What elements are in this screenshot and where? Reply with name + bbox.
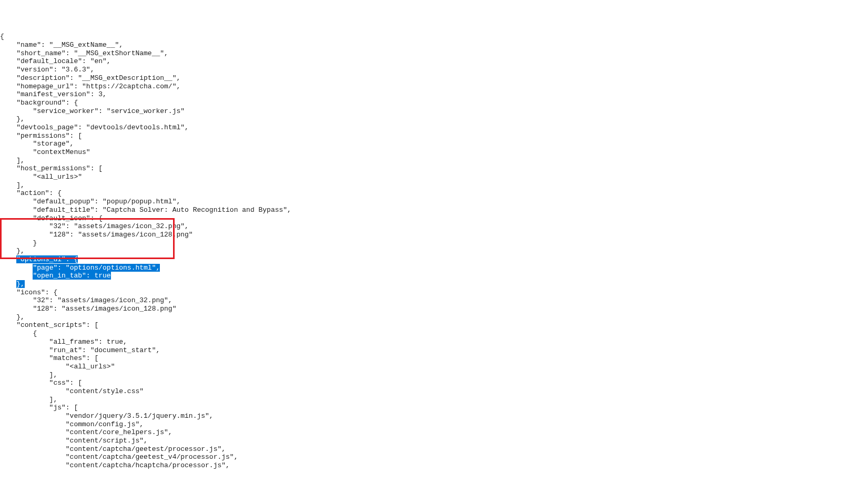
code-line[interactable]: "host_permissions": [ — [0, 164, 842, 173]
code-line[interactable]: "default_locale": "en", — [0, 57, 842, 66]
code-line[interactable]: "content/captcha/geetest_v4/processor.js… — [0, 453, 842, 461]
code-line[interactable]: "content/core_helpers.js", — [0, 428, 842, 437]
code-line[interactable]: "common/config.js", — [0, 420, 842, 429]
code-line[interactable]: "action": { — [0, 189, 842, 198]
code-line[interactable]: { — [0, 330, 842, 338]
code-line[interactable]: "devtools_page": "devtools/devtools.html… — [0, 124, 842, 132]
code-line[interactable]: "storage", — [0, 140, 842, 148]
code-line[interactable]: } — [0, 239, 842, 248]
code-line[interactable]: "default_popup": "popup/popup.html", — [0, 198, 842, 206]
code-line[interactable]: ], — [0, 371, 842, 379]
code-line[interactable]: "content/captcha/hcaptcha/processor.js", — [0, 461, 842, 470]
code-line[interactable]: "name": "__MSG_extName__", — [0, 41, 842, 49]
code-line[interactable]: ], — [0, 396, 842, 404]
code-line[interactable]: "content/captcha/geetest/processor.js", — [0, 445, 842, 454]
code-line[interactable]: "homepage_url": "https://2captcha.com/", — [0, 83, 842, 91]
code-line[interactable]: "32": "assets/images/icon_32.png", — [0, 296, 842, 305]
code-line[interactable]: "content/script.js", — [0, 437, 842, 445]
code-line[interactable]: "128": "assets/images/icon_128.png" — [0, 231, 842, 239]
code-line[interactable]: "description": "__MSG_extDescription__", — [0, 74, 842, 83]
code-line[interactable]: "options_ui": { — [0, 255, 842, 264]
code-line[interactable]: }, — [0, 280, 842, 289]
code-line[interactable]: "content_scripts": [ — [0, 321, 842, 330]
selected-text[interactable]: "options_ui": { — [16, 255, 78, 263]
code-line[interactable]: "default_title": "Captcha Solver: Auto R… — [0, 206, 842, 214]
code-line[interactable]: "contextMenus" — [0, 148, 842, 157]
code-line[interactable]: "icons": { — [0, 289, 842, 297]
code-line[interactable]: }, — [0, 247, 842, 255]
code-line[interactable]: }, — [0, 313, 842, 322]
code-viewer[interactable]: { "name": "__MSG_extName__", "short_name… — [0, 33, 842, 469]
code-line[interactable]: "manifest_version": 3, — [0, 90, 842, 99]
code-line[interactable]: "page": "options/options.html", — [0, 264, 842, 272]
code-line[interactable]: "all_frames": true, — [0, 338, 842, 346]
code-line[interactable]: "short_name": "__MSG_extShortName__", — [0, 49, 842, 58]
code-line[interactable]: "128": "assets/images/icon_128.png" — [0, 305, 842, 313]
code-line[interactable]: "32": "assets/images/icon_32.png", — [0, 222, 842, 231]
code-line[interactable]: "vendor/jquery/3.5.1/jquery.min.js", — [0, 412, 842, 420]
selected-text[interactable]: }, — [16, 280, 25, 288]
code-line[interactable]: "<all_urls>" — [0, 363, 842, 371]
selected-text[interactable]: "open_in_tab": true — [33, 272, 110, 280]
code-line[interactable]: "css": [ — [0, 379, 842, 387]
code-line[interactable]: }, — [0, 115, 842, 124]
code-line[interactable]: "<all_urls>" — [0, 173, 842, 181]
code-line[interactable]: ], — [0, 157, 842, 165]
code-line[interactable]: { — [0, 33, 842, 41]
code-line[interactable]: "permissions": [ — [0, 132, 842, 140]
code-line[interactable]: "background": { — [0, 99, 842, 107]
selected-text[interactable]: "page": "options/options.html", — [33, 264, 160, 272]
code-line[interactable]: "default_icon": { — [0, 214, 842, 223]
code-line[interactable]: ], — [0, 181, 842, 190]
code-line[interactable]: "open_in_tab": true — [0, 272, 842, 280]
code-line[interactable]: "matches": [ — [0, 354, 842, 363]
code-line[interactable]: "js": [ — [0, 404, 842, 412]
code-line[interactable]: "service_worker": "service_worker.js" — [0, 107, 842, 116]
code-line[interactable]: "version": "3.6.3", — [0, 66, 842, 74]
code-line[interactable]: "run_at": "document_start", — [0, 346, 842, 355]
code-line[interactable]: "content/style.css" — [0, 387, 842, 396]
